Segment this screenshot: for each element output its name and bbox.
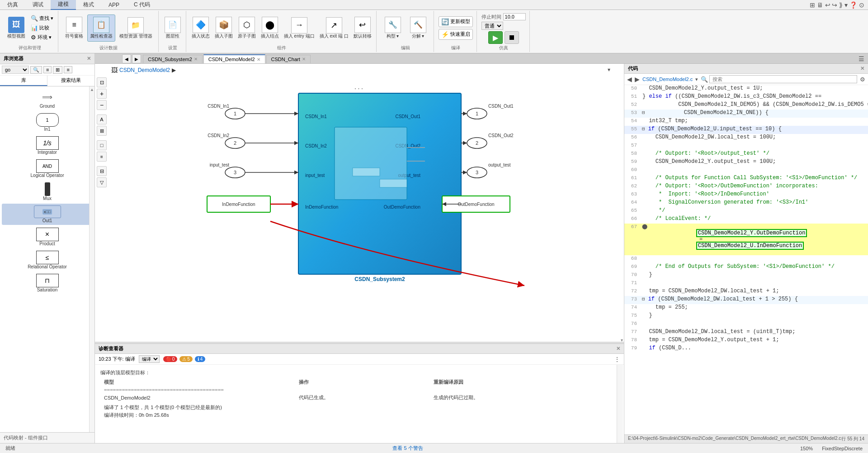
canvas-nav-fwd[interactable]: ▶ xyxy=(132,54,141,63)
zoom-out[interactable]: − xyxy=(97,100,107,110)
menu-item-debug[interactable]: 调试 xyxy=(25,0,51,10)
breadcrumb-model[interactable]: CSDN_DemoModel2 xyxy=(119,67,170,73)
btn-find[interactable]: 🔍查找 ▾ xyxy=(29,14,55,23)
btn-model-explorer[interactable]: 📁 模型资源 管理器 xyxy=(117,15,155,41)
sidebar-tab-results[interactable]: 搜索结果 xyxy=(47,76,94,86)
menu-item-ccode[interactable]: C 代码 xyxy=(127,0,157,10)
code-line-72: 72 tmp = CSDN_DemoModel2_DW.local_test +… xyxy=(624,288,868,296)
tab-close-2[interactable]: ✕ xyxy=(302,57,306,62)
sidebar-tab-library[interactable]: 库 xyxy=(0,76,47,86)
sidebar-list-btn[interactable]: ≡ xyxy=(64,66,72,73)
btn-insert-exit[interactable]: ↗ 插入 exit 端 口 xyxy=(318,15,350,41)
btn-compare[interactable]: 📊比较 xyxy=(29,24,55,32)
canvas-tool-6[interactable]: ▽ xyxy=(97,177,107,187)
btn-atomic-subgraph[interactable]: ⬡ 原子子图 xyxy=(236,15,258,41)
code-nav-fwd[interactable]: ▶ xyxy=(635,76,640,83)
btn-insert-node[interactable]: ⬤ 插入结点 xyxy=(259,15,281,41)
sidebar-item-saturation[interactable]: ⊓ Saturation xyxy=(2,272,93,294)
code-line-68: 68 xyxy=(624,255,868,263)
sidebar-tabs: 库 搜索结果 xyxy=(0,76,94,86)
sidebar-close[interactable]: ✕ xyxy=(87,56,91,62)
canvas-nav-back[interactable]: ◀ xyxy=(122,54,131,63)
code-nav-back[interactable]: ◀ xyxy=(627,76,632,83)
canvas-tab-demomodel[interactable]: CSDN_DemoModel2 ✕ xyxy=(203,54,265,63)
diag-time: 10:23 下午: 编译 xyxy=(99,356,135,362)
sidebar-item-integrator[interactable]: 1/s Integrator xyxy=(2,134,93,157)
tab-close-1[interactable]: ✕ xyxy=(257,57,260,62)
svg-text:output_test: output_test xyxy=(488,162,511,167)
menu-item-format[interactable]: 格式 xyxy=(76,0,101,10)
col-reason: 重新编译原因 xyxy=(430,378,618,386)
btn-decompose[interactable]: 🔨 分解 ▾ xyxy=(406,15,430,41)
menu-item-app[interactable]: APP xyxy=(101,1,127,9)
sidebar-item-out1[interactable]: x□□ Out1 xyxy=(2,204,93,225)
code-search-input[interactable] xyxy=(709,75,857,83)
canvas-menu-btn[interactable]: ☰ xyxy=(855,54,868,63)
code-line-62: 62 /* Outport: '<Root>/OutDemoFunction' … xyxy=(624,183,868,191)
canvas-tool-4[interactable]: ≡ xyxy=(97,152,107,162)
canvas-tool-5[interactable]: ⊟ xyxy=(97,166,107,176)
code-header: 代码 ✕ xyxy=(624,64,868,74)
menu-item-sim[interactable]: 仿真 xyxy=(0,0,25,10)
canvas-tool-1[interactable]: A xyxy=(97,114,107,124)
btn-symbol-pane[interactable]: ≡ 符号窗格 xyxy=(63,15,85,41)
code-dropdown[interactable]: ▾ xyxy=(695,76,698,82)
btn-env[interactable]: ⚙环境 ▾ xyxy=(29,33,55,42)
canvas-tab-chart[interactable]: CSDN_Chart ✕ xyxy=(266,55,311,63)
btn-layer[interactable]: 📄 图层性 xyxy=(162,15,183,41)
diag-filter-select[interactable]: 编译 xyxy=(139,355,160,363)
sidebar-filter-btn[interactable]: ≡ xyxy=(43,66,52,73)
code-line-57: 57 xyxy=(624,142,868,150)
sim-mode-select[interactable]: 普通 xyxy=(481,22,503,30)
zoom-fit[interactable]: ⊡ xyxy=(97,77,107,87)
status-center[interactable]: 查看 5 个警告 xyxy=(392,445,423,452)
diag-row-0: CSDN_DemoModel2 代码已生成。 生成的代码已过期。 xyxy=(100,393,618,402)
stop-time-input[interactable] xyxy=(503,13,526,20)
btn-config[interactable]: 🔧 构型 ▾ xyxy=(381,15,405,41)
code-line-77: 77 CSDN_DemoModel2_DW.local_test = (uint… xyxy=(624,329,868,337)
sidebar-search-select[interactable]: go xyxy=(2,66,29,74)
sidebar-item-logical-op[interactable]: AND Logical Operator xyxy=(2,157,93,180)
diag-close[interactable]: ✕ xyxy=(616,346,620,352)
btn-insert-state[interactable]: 🔷 插入状态 xyxy=(190,15,212,41)
btn-update-model[interactable]: 🔄更新模型 xyxy=(439,16,473,27)
search-icon: 🔍 xyxy=(701,76,708,83)
sidebar-search-btn[interactable]: 🔍 xyxy=(30,66,42,74)
zoom-in[interactable]: + xyxy=(97,89,107,99)
svg-text:1: 1 xyxy=(476,111,478,116)
svg-text:input_test: input_test xyxy=(305,173,325,178)
sidebar-item-mux[interactable]: Mux xyxy=(2,181,93,203)
stop-button[interactable]: ⏹ xyxy=(505,31,519,44)
sidebar-bottom[interactable]: 代码映射 - 组件接口 xyxy=(0,432,94,443)
svg-rect-25 xyxy=(353,168,380,176)
status-bar: 就绪 查看 5 个警告 150% FixedStepDiscrete xyxy=(0,443,868,453)
sidebar-grid-btn[interactable]: ⊞ xyxy=(53,66,62,74)
code-filename[interactable]: CSDN_DemoModel2.c xyxy=(642,76,693,82)
code-line-58: 58 /* Outport: '<Root>/output_test' */ xyxy=(624,150,868,158)
btn-insert-subgraph[interactable]: 📦 插入子图 xyxy=(213,15,235,41)
canvas-tool-2[interactable]: ⊞ xyxy=(97,126,107,136)
diag-msg-1: 编译持续时间：0h 0m 25.68s xyxy=(100,411,618,419)
diag-menu-btn[interactable]: ⋮ xyxy=(614,356,620,363)
code-toolbar: ◀ ▶ CSDN_DemoModel2.c ▾ 🔍 ⚙ xyxy=(624,74,868,85)
sidebar-item-relational-op[interactable]: ≤ Relational Operator xyxy=(2,249,93,271)
sidebar-item-ground[interactable]: ⟹ Ground xyxy=(2,88,93,110)
sidebar-item-product[interactable]: × Product xyxy=(2,226,93,248)
code-settings[interactable]: ⚙ xyxy=(860,76,865,83)
btn-property-inspector[interactable]: 📋 属性检查器 xyxy=(87,14,115,42)
scroll-right-diag[interactable] xyxy=(617,365,623,443)
run-button[interactable]: ▶ xyxy=(488,31,503,44)
menu-item-build[interactable]: 建模 xyxy=(51,0,76,10)
canvas-resize-grip[interactable] xyxy=(95,342,624,343)
sidebar-item-in1[interactable]: 1 In1 xyxy=(2,111,93,134)
canvas-tab-subsystem[interactable]: CSDN_Subsystem2 ✕ xyxy=(143,55,203,63)
btn-default-transfer[interactable]: ↩ 默认转移 xyxy=(352,15,373,41)
status-rightmost: FixedStepDiscrete xyxy=(822,446,863,451)
btn-quick-restart[interactable]: ⚡快速重启 xyxy=(439,29,473,40)
canvas-tool-3[interactable]: □ xyxy=(97,140,107,150)
tab-close-0[interactable]: ✕ xyxy=(194,57,198,62)
code-close[interactable]: ✕ xyxy=(860,66,864,72)
btn-model-view[interactable]: 🖼 模型视图 xyxy=(5,15,28,41)
sidebar-scroll-up[interactable]: ▲ xyxy=(90,87,94,92)
btn-insert-entry[interactable]: → 插入 entry 端口 xyxy=(282,15,316,41)
